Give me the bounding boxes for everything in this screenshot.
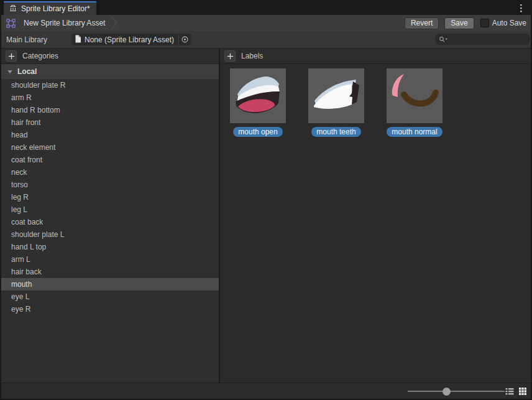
category-row[interactable]: head xyxy=(1,129,219,141)
revert-button[interactable]: Revert xyxy=(405,17,439,29)
local-foldout[interactable]: Local xyxy=(1,64,219,79)
grid-view-icon[interactable] xyxy=(518,386,528,396)
breadcrumb-chevron-icon xyxy=(111,16,117,30)
category-row[interactable]: shoulder plate R xyxy=(1,79,219,91)
toolbar: New Sprite Library Asset Revert Save Aut… xyxy=(1,15,531,31)
category-row[interactable]: hand L top xyxy=(1,241,219,253)
categories-header-bar: Categories xyxy=(1,49,219,64)
search-input[interactable] xyxy=(451,35,526,44)
add-category-button[interactable] xyxy=(6,50,17,62)
category-row[interactable]: leg R xyxy=(1,191,219,203)
category-row[interactable]: hair front xyxy=(1,116,219,129)
label-item-mouth-teeth[interactable]: mouth teeth xyxy=(308,68,364,137)
kebab-menu-icon[interactable]: ⋮ xyxy=(516,1,526,15)
category-row[interactable]: torso xyxy=(1,179,219,191)
category-list: shoulder plate Rarm Rhand R bottomhair f… xyxy=(1,79,219,315)
category-row[interactable]: arm R xyxy=(1,91,219,104)
category-row[interactable]: neck element xyxy=(1,141,219,154)
sprite-thumbnail-mouth-normal[interactable] xyxy=(387,68,443,123)
foldout-triangle-icon xyxy=(7,70,12,73)
label-item-mouth-normal[interactable]: mouth normal xyxy=(387,68,443,137)
category-row[interactable]: leg L xyxy=(1,203,219,216)
category-row[interactable]: neck xyxy=(1,166,219,179)
category-row[interactable]: hand R bottom xyxy=(1,104,219,116)
auto-save-label: Auto Save xyxy=(492,19,526,27)
list-view-icon[interactable] xyxy=(505,386,515,396)
label-item-mouth-open[interactable]: mouth open xyxy=(230,68,286,137)
labels-header: Labels xyxy=(241,52,263,60)
sprite-library-editor-window: Sprite Library Editor* ⋮ New Sprite Libr… xyxy=(0,0,532,400)
breadcrumb-label: New Sprite Library Asset xyxy=(24,19,105,27)
search-icon xyxy=(439,36,448,43)
category-row[interactable]: arm L xyxy=(1,253,219,266)
sprite-thumbnail-mouth-open[interactable] xyxy=(230,68,286,123)
categories-header: Categories xyxy=(22,52,58,60)
category-row[interactable]: mouth xyxy=(1,278,219,291)
labels-panel: Labels mouth open xyxy=(220,49,531,383)
tab-title: Sprite Library Editor* xyxy=(21,4,90,13)
categories-panel: Categories Local shoulder plate Rarm Rha… xyxy=(1,49,219,383)
bottom-bar xyxy=(1,383,531,399)
category-row[interactable]: hair back xyxy=(1,266,219,278)
thumbnail-zoom-slider[interactable] xyxy=(408,383,505,399)
slider-track[interactable] xyxy=(408,391,505,392)
category-row[interactable]: eye L xyxy=(1,291,219,303)
object-picker-icon[interactable] xyxy=(178,34,191,45)
label-pill[interactable]: mouth open xyxy=(233,127,282,137)
label-grid: mouth open mouth teeth xyxy=(220,64,531,137)
main-library-label: Main Library xyxy=(6,31,47,48)
auto-save-checkbox[interactable] xyxy=(480,19,489,27)
add-label-button[interactable] xyxy=(224,50,236,62)
zoom-slider-knob[interactable] xyxy=(443,388,451,396)
local-foldout-label: Local xyxy=(17,67,37,76)
labels-header-bar: Labels xyxy=(220,49,531,64)
library-icon xyxy=(9,4,17,14)
save-button[interactable]: Save xyxy=(444,17,474,29)
search-field[interactable] xyxy=(435,34,530,45)
label-pill[interactable]: mouth teeth xyxy=(311,127,360,137)
breadcrumb[interactable]: New Sprite Library Asset xyxy=(16,15,117,31)
main-library-row: Main Library None (Sprite Library Asset) xyxy=(1,31,531,49)
category-row[interactable]: eye R xyxy=(1,303,219,315)
main-library-object-field[interactable]: None (Sprite Library Asset) xyxy=(71,34,191,45)
sprite-asset-icon xyxy=(6,18,16,29)
category-row[interactable]: shoulder plate L xyxy=(1,228,219,241)
file-icon xyxy=(75,35,81,45)
tab-sprite-library-editor[interactable]: Sprite Library Editor* xyxy=(4,1,96,15)
sprite-thumbnail-mouth-teeth[interactable] xyxy=(308,68,364,123)
category-row[interactable]: coat front xyxy=(1,154,219,166)
object-field-value: None (Sprite Library Asset) xyxy=(85,35,175,44)
tab-bar: Sprite Library Editor* ⋮ xyxy=(1,1,531,15)
category-row[interactable]: coat back xyxy=(1,216,219,228)
label-pill[interactable]: mouth normal xyxy=(387,127,442,137)
toolbar-right: Revert Save Auto Save xyxy=(405,17,526,29)
